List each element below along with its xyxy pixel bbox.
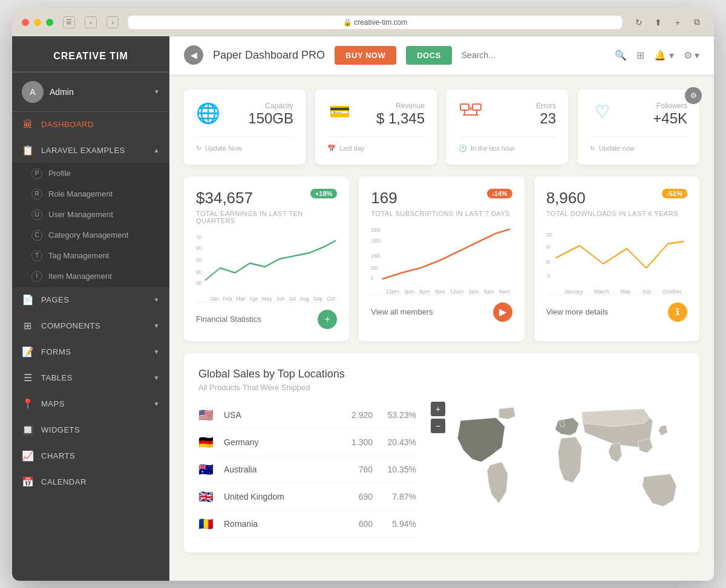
nav-dashboard[interactable]: 🏛 DASHBOARD (12, 112, 169, 137)
earnings-chart: 700 600 500 400 300 JanFebMarAprMayJunJu… (196, 232, 337, 292)
item-letter: I (31, 271, 42, 282)
buy-now-button[interactable]: BUY NOW (335, 46, 396, 65)
followers-footer-text: Update now (599, 145, 635, 152)
settings-icon-btn[interactable]: ⚙ ▾ (684, 50, 699, 61)
sidebar-item-role[interactable]: R Role Management (12, 184, 169, 204)
sidebar-brand: CREATIVE TIM (12, 36, 169, 72)
search-icon-btn[interactable]: 🔍 (615, 50, 627, 61)
nav-tables[interactable]: ☰ TABLES ▼ (12, 365, 169, 391)
downloads-badge: -51% (662, 189, 687, 198)
windows-btn[interactable]: ⧉ (690, 15, 704, 30)
stat-card-followers: ⚙ ♡ Followers +45K ↻ Update now (578, 90, 699, 165)
address-bar: 🔒 creative-tim.com (128, 16, 622, 29)
capacity-footer-text: Update Now (205, 145, 242, 152)
nav-maps[interactable]: 📍 MAPS ▼ (12, 391, 169, 417)
user-label: User Management (48, 210, 113, 219)
nav-widgets[interactable]: 🔲 WIDGETS (12, 417, 169, 443)
nav-widgets-label: WIDGETS (41, 425, 160, 434)
downloads-action-btn[interactable]: ℹ (668, 302, 687, 322)
subscriptions-label: TOTAL SUBSCRIPTIONS IN LAST 7 DAYS (371, 210, 512, 217)
nav-components-label: COMPONENTS (41, 321, 146, 330)
location-romania: 🇷🇴 Romania 600 5.94% (198, 511, 416, 538)
nav-calendar[interactable]: 📅 CALENDAR (12, 469, 169, 495)
errors-footer-icon: 🕐 (459, 145, 467, 152)
refresh-btn[interactable]: ↻ (632, 15, 646, 30)
usa-pct: 53.23% (380, 410, 416, 420)
uk-count: 690 (336, 492, 373, 501)
svg-text:500: 500 (371, 265, 378, 271)
zoom-in-btn[interactable]: + (431, 402, 445, 416)
sidebar-item-user[interactable]: U User Management (12, 204, 169, 225)
share-btn[interactable]: ⬆ (651, 15, 666, 30)
followers-label: Followers (621, 102, 687, 110)
category-letter: C (31, 230, 42, 241)
revenue-footer-text: Last day (339, 145, 365, 152)
nav-forms[interactable]: 📝 FORMS ▼ (12, 339, 169, 365)
search-input[interactable] (462, 50, 558, 60)
uk-flag: 🇬🇧 (198, 489, 217, 504)
brand-name: CREATIVE TIM (22, 51, 160, 62)
nav-maps-label: MAPS (41, 399, 146, 408)
maximize-dot[interactable] (46, 19, 53, 26)
role-letter: R (31, 189, 42, 200)
capacity-footer-icon: ↻ (196, 145, 201, 152)
forward-btn[interactable]: › (106, 16, 119, 28)
subscriptions-action-btn[interactable]: ▶ (493, 302, 512, 322)
stat-card-revenue: 💳 Revenue $ 1,345 📅 Last day (315, 90, 437, 165)
earnings-value: $34,657 (196, 189, 253, 207)
sidebar-item-item[interactable]: I Item Management (12, 266, 169, 287)
revenue-value: $ 1,345 (359, 110, 425, 127)
close-dot[interactable] (22, 19, 29, 26)
location-australia: 🇦🇺 Australia 760 10.35% (198, 456, 416, 483)
nav-dashboard-label: DASHBOARD (41, 120, 160, 129)
nav-laravel-examples[interactable]: 📋 LARAVEL EXAMPLES ▲ (12, 137, 169, 163)
svg-text:400: 400 (196, 269, 201, 275)
nav-components[interactable]: ⊞ COMPONENTS ▼ (12, 313, 169, 339)
sidebar-toggle-btn[interactable]: ☰ (63, 16, 75, 28)
sidebar-item-category[interactable]: C Category Management (12, 225, 169, 246)
notifications-icon-btn[interactable]: 🔔 ▾ (654, 50, 673, 61)
svg-text:90: 90 (546, 243, 550, 250)
usa-flag: 🇺🇸 (198, 408, 217, 422)
svg-text:0: 0 (371, 275, 373, 281)
nav-calendar-label: CALENDAR (41, 477, 160, 486)
romania-flag: 🇷🇴 (198, 517, 217, 531)
svg-text:70: 70 (546, 272, 550, 279)
zoom-out-btn[interactable]: − (431, 419, 445, 433)
sidebar-user[interactable]: A Admin ▼ (12, 73, 169, 112)
nav-charts[interactable]: 📈 CHARTS (12, 443, 169, 469)
grid-icon-btn[interactable]: ⊞ (636, 50, 644, 61)
new-tab-btn[interactable]: + (670, 15, 685, 30)
sidebar-collapse-btn[interactable]: ◀ (184, 45, 203, 65)
sidebar-item-profile[interactable]: P Profile (12, 163, 169, 184)
errors-footer-text: In the last hour (471, 145, 515, 152)
errors-icon (459, 102, 483, 123)
revenue-label: Revenue (359, 102, 425, 110)
category-label: Category Management (48, 230, 128, 240)
user-dropdown-arrow: ▼ (154, 88, 160, 95)
svg-text:500: 500 (196, 256, 201, 263)
germany-name: Germany (224, 437, 329, 447)
forms-arrow: ▼ (154, 348, 160, 355)
laravel-icon: 📋 (22, 145, 34, 156)
header-icons: 🔍 ⊞ 🔔 ▾ ⚙ ▾ (615, 50, 699, 61)
docs-button[interactable]: DOCS (406, 46, 452, 65)
australia-name: Australia (224, 465, 329, 474)
sidebar: CREATIVE TIM A Admin ▼ 🏛 DASHBOARD 📋 LAR… (12, 36, 169, 581)
germany-pct: 20.43% (380, 437, 416, 447)
australia-count: 760 (336, 465, 373, 474)
locations-table: 🇺🇸 USA 2.920 53.23% 🇩🇪 Germany 1.300 20.… (198, 402, 416, 538)
nav-pages[interactable]: 📄 PAGES ▼ (12, 287, 169, 313)
germany-count: 1.300 (336, 437, 373, 447)
downloads-footer-label: View more details (546, 307, 608, 316)
romania-name: Romania (224, 519, 329, 529)
australia-pct: 10.35% (380, 465, 416, 474)
svg-rect-0 (460, 104, 469, 110)
usa-count: 2.920 (336, 410, 373, 420)
sidebar-item-tag[interactable]: T Tag Management (12, 246, 169, 266)
map-subtitle: All Products That Were Shipped (198, 383, 685, 392)
earnings-action-btn[interactable]: + (318, 310, 337, 329)
components-icon: ⊞ (22, 320, 34, 332)
minimize-dot[interactable] (34, 19, 41, 26)
back-btn[interactable]: ‹ (85, 16, 97, 28)
